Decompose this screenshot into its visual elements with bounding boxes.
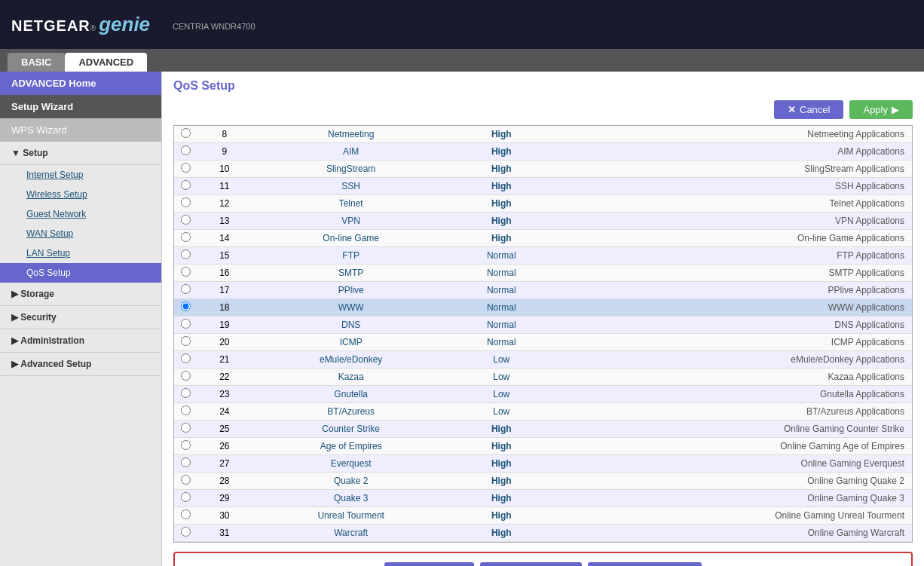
row-app: Everquest [252,455,450,473]
row-app: PPlive [252,282,450,299]
sidebar-item-internet-setup[interactable]: Internet Setup [0,165,161,185]
apply-button[interactable]: Apply ▶ [849,100,913,119]
row-radio-14[interactable] [174,230,197,247]
row-desc: Online Gaming Quake 3 [553,490,912,507]
row-app: eMule/eDonkey [252,351,450,369]
row-priority: Normal [450,317,553,334]
row-radio-18[interactable] [174,299,197,317]
row-app: SSH [252,178,450,195]
sidebar-item-qos-setup[interactable]: QoS Setup [0,263,161,283]
row-desc: eMule/eDonkey Applications [553,351,912,369]
admin-arrow-icon: ▶ [11,335,18,346]
row-app: VPN [252,213,450,230]
row-radio-29[interactable] [174,490,197,507]
row-priority: Low [450,403,553,421]
row-desc: Netmeeting Applications [553,126,912,143]
row-radio-13[interactable] [174,213,197,230]
row-radio-30[interactable] [174,507,197,525]
sidebar-section-administration[interactable]: ▶ Administration [0,329,161,353]
row-desc: PPlive Applications [553,282,912,299]
row-radio-19[interactable] [174,317,197,334]
row-desc: Gnutella Applications [553,386,912,403]
row-radio-27[interactable] [174,455,197,473]
row-radio-9[interactable] [174,143,197,161]
sidebar-item-setup-wizard[interactable]: Setup Wizard [0,95,161,118]
row-radio-22[interactable] [174,369,197,386]
row-radio-8[interactable] [174,126,197,143]
row-radio-24[interactable] [174,403,197,421]
edit-button[interactable]: ✏ Edit [384,562,474,566]
sidebar: ADVANCED Home Setup Wizard WPS Wizard ▼ … [0,72,162,566]
delete-button[interactable]: ✕ Delete [480,562,582,566]
row-desc: WWW Applications [553,299,912,317]
table-row: 16 SMTP Normal SMTP Applications [174,265,912,282]
row-num: 31 [197,525,252,542]
row-app: AIM [252,143,450,161]
cancel-button[interactable]: ✕ Cancel [774,100,843,119]
row-desc: On-line Game Applications [553,230,912,247]
row-radio-23[interactable] [174,386,197,403]
content-area: QoS Setup ✕ Cancel Apply ▶ 8 Netmeeting … [162,72,924,566]
row-radio-31[interactable] [174,525,197,542]
row-radio-25[interactable] [174,421,197,438]
row-num: 9 [197,143,252,161]
row-radio-21[interactable] [174,351,197,369]
sidebar-section-storage[interactable]: ▶ Storage [0,283,161,306]
sidebar-item-advanced-home[interactable]: ADVANCED Home [0,72,161,95]
row-app: ICMP [252,334,450,351]
delete-all-button[interactable]: ✕ Delete All [588,562,702,566]
row-num: 10 [197,161,252,178]
row-desc: Online Gaming Quake 2 [553,473,912,490]
table-row: 20 ICMP Normal ICMP Applications [174,334,912,351]
table-row: 14 On-line Game High On-line Game Applic… [174,230,912,247]
row-radio-15[interactable] [174,247,197,265]
sidebar-section-advanced-setup[interactable]: ▶ Advanced Setup [0,353,161,376]
table-row: 21 eMule/eDonkey Low eMule/eDonkey Appli… [174,351,912,369]
row-num: 29 [197,490,252,507]
row-app: Netmeeting [252,126,450,143]
row-desc: Online Gaming Unreal Tourment [553,507,912,525]
row-desc: DNS Applications [553,317,912,334]
tab-advanced[interactable]: ADVANCED [65,53,147,72]
row-priority: High [450,178,553,195]
row-desc: AIM Applications [553,143,912,161]
sidebar-section-setup[interactable]: ▼ Setup [0,142,161,165]
table-row: 8 Netmeeting High Netmeeting Application… [174,126,912,143]
sidebar-section-security[interactable]: ▶ Security [0,306,161,329]
row-num: 13 [197,213,252,230]
row-num: 22 [197,369,252,386]
row-priority: High [450,438,553,455]
row-desc: Online Gaming Age of Empires [553,438,912,455]
row-radio-12[interactable] [174,195,197,213]
row-priority: High [450,143,553,161]
sidebar-item-wireless-setup[interactable]: Wireless Setup [0,185,161,204]
row-app: Telnet [252,195,450,213]
sidebar-item-wps-wizard[interactable]: WPS Wizard [0,118,161,142]
table-row: 12 Telnet High Telnet Applications [174,195,912,213]
row-priority: High [450,507,553,525]
row-num: 30 [197,507,252,525]
row-radio-17[interactable] [174,282,197,299]
device-info: CENTRIA WNDR4700 [173,22,255,31]
row-priority: Low [450,369,553,386]
row-radio-26[interactable] [174,438,197,455]
row-radio-28[interactable] [174,473,197,490]
row-num: 20 [197,334,252,351]
row-desc: SlingStream Applications [553,161,912,178]
row-num: 25 [197,421,252,438]
table-row: 25 Counter Strike High Online Gaming Cou… [174,421,912,438]
row-radio-16[interactable] [174,265,197,282]
sidebar-item-lan-setup[interactable]: LAN Setup [0,243,161,263]
row-app: On-line Game [252,230,450,247]
row-radio-20[interactable] [174,334,197,351]
row-desc: VPN Applications [553,213,912,230]
table-row: 31 Warcraft High Online Gaming Warcraft [174,525,912,542]
sidebar-item-wan-setup[interactable]: WAN Setup [0,224,161,243]
row-app: DNS [252,317,450,334]
row-radio-11[interactable] [174,178,197,195]
table-row: 15 FTP Normal FTP Applications [174,247,912,265]
sidebar-item-guest-network[interactable]: Guest Network [0,204,161,224]
row-app: Quake 3 [252,490,450,507]
tab-basic[interactable]: BASIC [8,53,65,72]
row-radio-10[interactable] [174,161,197,178]
